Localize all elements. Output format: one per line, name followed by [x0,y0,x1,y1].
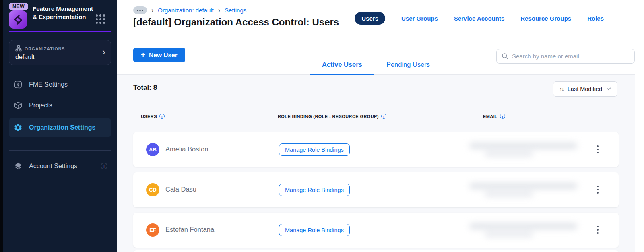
sidebar-item-projects[interactable]: Projects [9,97,111,114]
chevron-down-icon [606,87,611,91]
info-icon[interactable]: i [500,114,505,119]
table-row: EF Estefan Fontana Manage Role Bindings [133,213,619,248]
fme-settings-icon [14,80,23,89]
sort-dropdown[interactable]: ↑↓ Last Modified [553,81,617,97]
app-title: Feature Management & Experimentation [33,5,97,21]
organization-value: default [15,54,35,61]
app-logo-icon [9,10,27,29]
breadcrumb-link-settings[interactable]: Settings [225,7,246,14]
layers-icon [14,162,23,171]
sidebar-divider [9,150,111,151]
row-menu-button[interactable] [592,142,603,157]
page-title: [default] Organization Access Control: U… [133,17,339,28]
org-tree-icon [15,45,22,52]
sort-value: Last Modified [568,86,602,92]
table-row-partial [133,250,619,252]
user-name: Cala Dasu [165,186,196,193]
sidebar-item-label: Projects [29,102,52,109]
redacted-email [469,140,577,159]
users-list-panel: Total: 8 ↑↓ Last Modified USERS i ROLE B… [117,75,635,252]
tab-active-users[interactable]: Active Users [310,61,374,75]
sidebar-item-label: FME Settings [29,81,68,88]
breadcrumb-link-organization[interactable]: Organization: default [158,7,213,14]
search-box [496,49,635,64]
screen-edge-strip [0,0,3,252]
tab-users[interactable]: Users [355,12,385,25]
manage-role-bindings-button[interactable]: Manage Role Bindings [279,224,350,236]
row-menu-button[interactable] [592,223,603,237]
brand-divider [9,31,111,32]
access-control-tabs: Users User Groups Service Accounts Resou… [355,12,604,25]
toolbar: + New User Active Users Pending Users [117,37,635,75]
sidebar-item-fme-settings[interactable]: FME Settings [9,76,111,93]
organizations-label: ORGANIZATIONS [25,46,65,51]
organization-selector[interactable]: ORGANIZATIONS default › [9,40,111,65]
redacted-email [469,221,577,240]
sort-arrows-icon: ↑↓ [559,86,564,92]
table-header-row: USERS i ROLE BINDING (ROLE - RESOURCE GR… [117,114,635,120]
table-row: AB Amelia Boston Manage Role Bindings [133,132,619,167]
tab-service-accounts[interactable]: Service Accounts [454,15,504,22]
tab-user-groups[interactable]: User Groups [401,15,438,22]
row-menu-button[interactable] [592,182,603,197]
info-icon[interactable]: i [381,114,386,119]
tab-roles[interactable]: Roles [587,15,604,22]
new-badge: NEW [9,3,28,10]
chevron-right-icon: › [102,47,105,57]
table-row: CD Cala Dasu Manage Role Bindings [133,172,619,207]
avatar: EF [146,223,159,237]
tab-pending-users[interactable]: Pending Users [374,61,442,75]
user-name: Amelia Boston [165,145,208,153]
app-window: NEW Feature Management & Experimentation… [0,0,644,252]
column-header-email: EMAIL [483,114,497,119]
manage-role-bindings-button[interactable]: Manage Role Bindings [279,184,350,196]
breadcrumb-ellipsis-button[interactable] [133,6,147,14]
column-header-role-binding: ROLE BINDING (ROLE - RESOURCE GROUP) [278,114,379,119]
sidebar-item-label: Account Settings [29,163,77,170]
gear-icon [14,123,23,132]
account-info-icon[interactable]: i [101,163,107,169]
info-icon[interactable]: i [159,114,165,119]
manage-role-bindings-button[interactable]: Manage Role Bindings [279,143,350,156]
total-count: Total: 8 [133,84,157,92]
search-icon [502,53,508,60]
avatar: AB [146,143,159,156]
page-header: › Organization: default › Settings [defa… [117,0,635,37]
avatar: CD [146,183,159,196]
projects-cube-icon [14,101,23,110]
breadcrumb: › Organization: default › Settings [133,6,246,14]
tab-resource-groups[interactable]: Resource Groups [520,15,571,22]
sidebar-item-account-settings[interactable]: Account Settings [9,157,111,175]
apps-grid-icon[interactable] [96,14,105,24]
user-name: Estefan Fontana [165,226,214,233]
sidebar: NEW Feature Management & Experimentation… [3,0,117,252]
column-header-users: USERS [141,114,157,119]
sidebar-item-label: Organization Settings [29,124,95,131]
redacted-email [469,180,577,200]
sidebar-item-organization-settings[interactable]: Organization Settings [9,118,111,137]
main-content: › Organization: default › Settings [defa… [117,0,635,252]
chevron-separator-icon: › [218,7,220,14]
search-input[interactable] [512,53,630,60]
chevron-separator-icon: › [151,7,153,14]
